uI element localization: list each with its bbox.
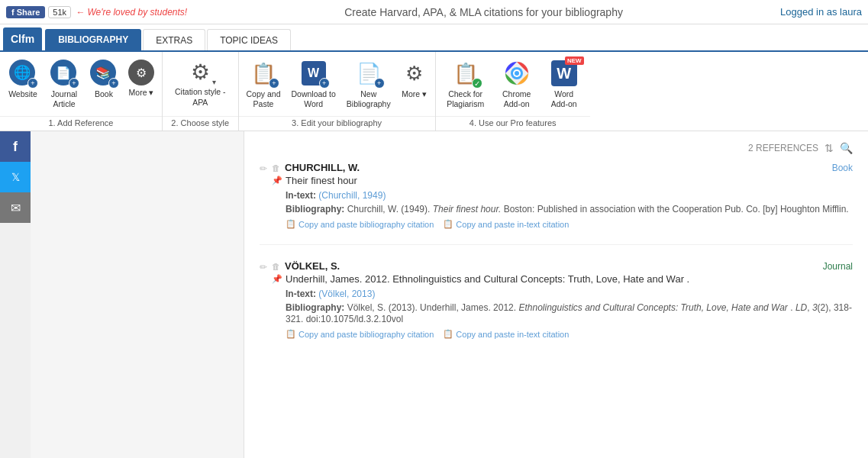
book-label: Book bbox=[95, 89, 113, 98]
fb-share-button[interactable]: f Share bbox=[6, 6, 45, 18]
edit-icon-churchill[interactable]: ✏ bbox=[260, 163, 267, 174]
website-label: Website bbox=[8, 89, 37, 98]
ref-intext-volkel: (Völkel, 2013) bbox=[318, 289, 375, 299]
ref-intext-churchill: (Churchill, 1949) bbox=[318, 190, 386, 201]
word-addon-label: WordAdd-on bbox=[551, 89, 577, 108]
sort-icon[interactable]: ⇅ bbox=[824, 142, 834, 154]
plagiarism-label: Check forPlagiarism bbox=[447, 89, 484, 108]
copy-bib-churchill[interactable]: 📋 Copy and paste bibliography citation bbox=[286, 219, 434, 229]
copy-paste-label: Copy andPaste bbox=[247, 89, 281, 108]
delete-icon-volkel[interactable]: 🗑 bbox=[272, 262, 280, 271]
new-bibliography-button[interactable]: 📄 + NewBibliography bbox=[342, 56, 395, 111]
twitter-share-button[interactable]: 𝕏 bbox=[0, 162, 31, 192]
share-count: 51k bbox=[48, 6, 71, 18]
copy-intext-churchill[interactable]: 📋 Copy and paste in-text citation bbox=[443, 219, 569, 229]
ref-type-churchill: Book bbox=[832, 163, 853, 173]
more2-label: More ▾ bbox=[402, 89, 427, 98]
book-button[interactable]: 📚 + Book bbox=[86, 56, 122, 102]
note-icon-churchill[interactable]: 📌 bbox=[272, 176, 282, 185]
biblio-label: Bibliography: bbox=[286, 204, 347, 214]
facebook-share-button[interactable]: f bbox=[0, 131, 31, 162]
chrome-addon-button[interactable]: ChromeAdd-on bbox=[494, 56, 540, 111]
step3-label: 3. Edit your bibliography bbox=[239, 116, 435, 131]
email-share-button[interactable]: ✉ bbox=[0, 192, 31, 223]
header-title: Create Harvard, APA, & MLA citations for… bbox=[187, 6, 780, 18]
edit-icon-volkel[interactable]: ✏ bbox=[260, 262, 267, 273]
ref-type-volkel: Journal bbox=[823, 261, 853, 272]
intext-label: In-text: bbox=[286, 190, 318, 201]
website-button[interactable]: 🌐 + Website bbox=[3, 56, 43, 102]
tab-bibliography[interactable]: BIBLIOGRAPHY bbox=[45, 29, 141, 50]
delete-icon-churchill[interactable]: 🗑 bbox=[272, 163, 280, 173]
note-icon-volkel[interactable]: 📌 bbox=[272, 274, 282, 284]
copy-intext-volkel[interactable]: 📋 Copy and paste in-text citation bbox=[443, 329, 569, 339]
logo[interactable]: Clfm bbox=[3, 27, 42, 50]
download-word-button[interactable]: W + Download toWord bbox=[286, 56, 340, 111]
logged-in-label: Logged in as laura bbox=[780, 6, 862, 18]
loved-text: ← We're loved by students! bbox=[76, 7, 187, 18]
citation-style-label: Citation style -APA bbox=[175, 87, 226, 108]
intext-label-volkel: In-text: bbox=[286, 289, 318, 299]
reference-block-volkel: ✏ 🗑 VÖLKEL, S. Journal 📌 Underhill, Jame… bbox=[260, 260, 853, 354]
copy-paste-button[interactable]: 📋 + Copy andPaste bbox=[242, 56, 286, 111]
tab-extras[interactable]: EXTRAS bbox=[143, 29, 205, 50]
svg-point-3 bbox=[515, 71, 519, 76]
ref-title-volkel: Underhill, James. 2012. Ethnolinguistics… bbox=[286, 273, 853, 285]
ref-bib-churchill: Churchill, W. (1949). Their finest hour.… bbox=[347, 204, 849, 214]
ref-author-churchill: CHURCHILL, W. bbox=[285, 162, 360, 173]
more-label: More ▾ bbox=[129, 88, 154, 97]
journal-article-button[interactable]: 📄 + JournalArticle bbox=[44, 56, 84, 111]
copy-bib-volkel[interactable]: 📋 Copy and paste bibliography citation bbox=[286, 329, 434, 339]
journal-article-label: JournalArticle bbox=[51, 89, 77, 108]
citation-style-button[interactable]: ⚙ ▾ Citation style -APA bbox=[169, 56, 232, 111]
biblio-label-volkel: Bibliography: bbox=[286, 302, 347, 313]
check-plagiarism-button[interactable]: 📋 ✓ Check forPlagiarism bbox=[439, 56, 492, 111]
ref-count: 2 REFERENCES bbox=[748, 143, 818, 153]
ref-search-icon[interactable]: 🔍 bbox=[840, 142, 853, 154]
word-addon-button[interactable]: NEW W WordAdd-on bbox=[541, 56, 587, 111]
ref-author-volkel: VÖLKEL, S. bbox=[285, 260, 340, 272]
new-bibliography-label: NewBibliography bbox=[347, 89, 391, 108]
download-word-label: Download toWord bbox=[291, 89, 335, 108]
more-button[interactable]: ⚙ More ▾ bbox=[124, 56, 159, 100]
step2-label: 2. Choose style bbox=[163, 116, 238, 131]
step1-label: 1. Add Reference bbox=[0, 116, 162, 131]
more2-button[interactable]: ⚙ More ▾ bbox=[397, 56, 432, 102]
step4-label: 4. Use our Pro features bbox=[436, 116, 590, 131]
tab-topic-ideas[interactable]: TOPIC IDEAS bbox=[207, 29, 291, 50]
chrome-addon-label: ChromeAdd-on bbox=[502, 89, 531, 108]
ref-title-churchill: Their finest hour bbox=[286, 175, 849, 186]
ref-bib-volkel: Völkel, S. (2013). Underhill, James. 201… bbox=[286, 302, 852, 324]
reference-block-churchill: ✏ 🗑 CHURCHILL, W. Book 📌 Their finest ho… bbox=[260, 162, 853, 245]
